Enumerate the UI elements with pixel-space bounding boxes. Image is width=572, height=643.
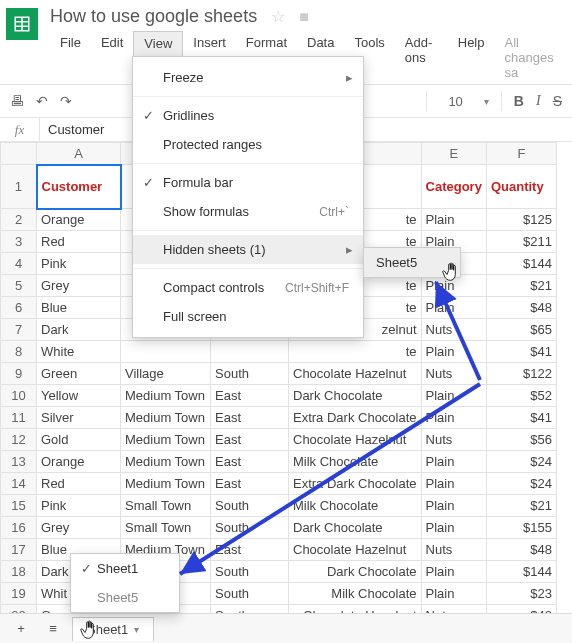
cell[interactable]: Medium Town — [121, 385, 211, 407]
cell[interactable]: $122 — [486, 363, 556, 385]
cell[interactable]: Red — [37, 473, 121, 495]
cell[interactable]: Green — [37, 363, 121, 385]
undo-icon[interactable]: ↶ — [36, 93, 48, 109]
cell[interactable]: Plain — [421, 517, 486, 539]
menu-gridlines[interactable]: Gridlines — [133, 101, 363, 130]
cell[interactable]: Plain — [421, 495, 486, 517]
cell[interactable]: Orange — [37, 451, 121, 473]
cell[interactable]: Medium Town — [121, 407, 211, 429]
popup-sheet1[interactable]: Sheet1 — [71, 554, 179, 583]
cell[interactable]: Grey — [37, 517, 121, 539]
row-header[interactable]: 5 — [1, 275, 37, 297]
col-header-a[interactable]: A — [37, 143, 121, 165]
row-header[interactable]: 6 — [1, 297, 37, 319]
cell[interactable]: Extra Dark Chocolate — [289, 473, 422, 495]
star-icon[interactable]: ☆ — [271, 7, 285, 26]
cell[interactable]: $24 — [486, 451, 556, 473]
redo-icon[interactable]: ↷ — [60, 93, 72, 109]
cell[interactable]: Small Town — [121, 517, 211, 539]
cell[interactable]: Milk Chocolate — [289, 451, 422, 473]
row-header[interactable]: 16 — [1, 517, 37, 539]
cell[interactable]: Blue — [37, 297, 121, 319]
menu-protected-ranges[interactable]: Protected ranges — [133, 130, 363, 159]
row-header[interactable]: 4 — [1, 253, 37, 275]
cell[interactable]: Pink — [37, 253, 121, 275]
cell[interactable]: Plain — [421, 341, 486, 363]
cell[interactable]: $24 — [486, 473, 556, 495]
cell[interactable]: $41 — [486, 407, 556, 429]
cell[interactable]: te — [289, 341, 422, 363]
cell[interactable]: Silver — [37, 407, 121, 429]
cell[interactable]: Dark Chocolate — [289, 517, 422, 539]
cell[interactable]: Chocolate Hazelnut — [289, 429, 422, 451]
cell[interactable]: East — [211, 451, 289, 473]
menu-compact-controls[interactable]: Compact controlsCtrl+Shift+F — [133, 273, 363, 302]
cell[interactable]: Plain — [421, 209, 486, 231]
menu-addons[interactable]: Add-ons — [395, 31, 448, 84]
cell[interactable]: $65 — [486, 319, 556, 341]
fx-label[interactable]: fx — [0, 118, 40, 141]
cell[interactable]: $21 — [486, 275, 556, 297]
cell[interactable] — [211, 341, 289, 363]
sheets-app-icon[interactable] — [6, 8, 38, 40]
cell[interactable]: East — [211, 429, 289, 451]
cell[interactable]: Quantity — [486, 165, 556, 209]
row-header[interactable]: 2 — [1, 209, 37, 231]
cell[interactable]: Plain — [421, 473, 486, 495]
menu-hidden-sheets[interactable]: Hidden sheets (1) — [133, 235, 363, 264]
row-header[interactable]: 12 — [1, 429, 37, 451]
cell[interactable]: $23 — [486, 583, 556, 605]
cell[interactable]: $144 — [486, 253, 556, 275]
cell[interactable]: $211 — [486, 231, 556, 253]
cell[interactable]: South — [211, 495, 289, 517]
cell[interactable]: East — [211, 407, 289, 429]
cell[interactable]: $52 — [486, 385, 556, 407]
font-size-select[interactable]: 10 — [439, 91, 471, 112]
cell[interactable]: Nuts — [421, 319, 486, 341]
cell[interactable]: Gold — [37, 429, 121, 451]
cell[interactable]: Medium Town — [121, 451, 211, 473]
cell[interactable]: East — [211, 473, 289, 495]
row-header[interactable]: 13 — [1, 451, 37, 473]
cell[interactable]: Category — [421, 165, 486, 209]
cell[interactable]: $21 — [486, 495, 556, 517]
cell[interactable] — [121, 341, 211, 363]
menu-freeze[interactable]: Freeze — [133, 63, 363, 92]
folder-icon[interactable]: ■ — [299, 8, 309, 26]
cell[interactable]: Yellow — [37, 385, 121, 407]
cell[interactable]: Milk Chocolate — [289, 583, 422, 605]
cell[interactable]: South — [211, 517, 289, 539]
bold-button[interactable]: B — [514, 93, 524, 109]
col-header-e[interactable]: E — [421, 143, 486, 165]
cell[interactable]: Plain — [421, 385, 486, 407]
cell[interactable]: Plain — [421, 583, 486, 605]
cell[interactable]: Chocolate Hazelnut — [289, 539, 422, 561]
row-header[interactable]: 8 — [1, 341, 37, 363]
row-header[interactable]: 3 — [1, 231, 37, 253]
cell[interactable]: East — [211, 539, 289, 561]
cell[interactable]: $155 — [486, 517, 556, 539]
popup-sheet5[interactable]: Sheet5 — [71, 583, 179, 612]
cell[interactable]: Village — [121, 363, 211, 385]
row-header[interactable]: 17 — [1, 539, 37, 561]
select-all-cell[interactable] — [1, 143, 37, 165]
menu-help[interactable]: Help — [448, 31, 495, 84]
menu-full-screen[interactable]: Full screen — [133, 302, 363, 331]
cell[interactable]: Medium Town — [121, 429, 211, 451]
row-header[interactable]: 1 — [1, 165, 37, 209]
cell[interactable]: Plain — [421, 561, 486, 583]
all-sheets-button[interactable]: ≡ — [40, 618, 66, 640]
cell[interactable]: Dark Chocolate — [289, 561, 422, 583]
menu-formula-bar[interactable]: Formula bar — [133, 168, 363, 197]
cell[interactable]: Dark — [37, 319, 121, 341]
italic-button[interactable]: I — [536, 93, 541, 109]
cell[interactable]: Extra Dark Chocolate — [289, 407, 422, 429]
row-header[interactable]: 7 — [1, 319, 37, 341]
cell[interactable]: Red — [37, 231, 121, 253]
menu-file[interactable]: File — [50, 31, 91, 84]
menu-edit[interactable]: Edit — [91, 31, 133, 84]
cell[interactable]: White — [37, 341, 121, 363]
row-header[interactable]: 14 — [1, 473, 37, 495]
col-header-f[interactable]: F — [486, 143, 556, 165]
add-sheet-button[interactable]: + — [8, 618, 34, 640]
